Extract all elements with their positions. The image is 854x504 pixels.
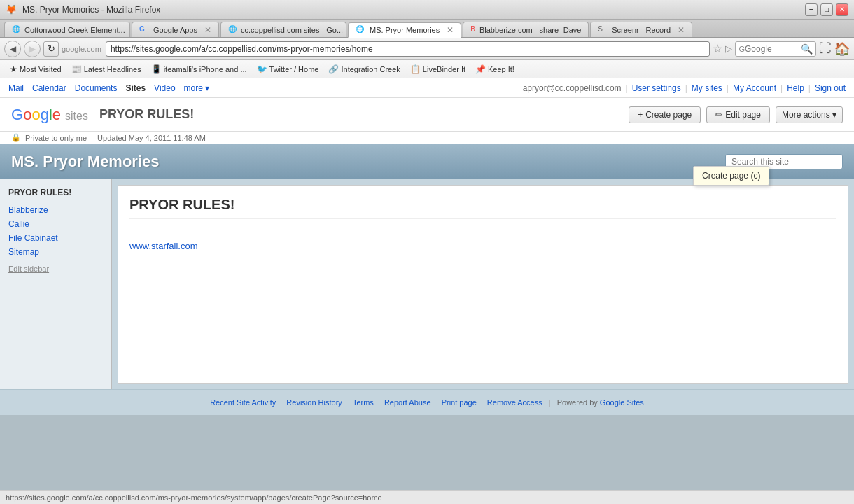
tab-close-icon[interactable]: ✕ — [678, 25, 685, 35]
titlebar: 🦊 MS. Pryor Memories - Mozilla Firefox −… — [0, 0, 854, 20]
user-email: apryor@cc.coppellisd.com — [523, 83, 622, 93]
bookmark-label: Twitter / Home — [270, 65, 319, 74]
arrow-right-icon[interactable]: ▷ — [725, 43, 732, 54]
tab-label: Screenr - Record — [612, 26, 671, 34]
twitter-icon: 🐦 — [257, 64, 267, 74]
tab-favicon: G — [139, 25, 149, 35]
bookmark-integration-creek[interactable]: 🔗 Integration Creek — [324, 63, 404, 76]
site-name-brand: PRYOR RULES! — [99, 107, 194, 122]
footer-terms[interactable]: Terms — [353, 398, 374, 407]
search-go-icon[interactable]: 🔍 — [801, 43, 813, 55]
bookmark-label: Keep It! — [488, 65, 514, 74]
status-bar: https://sites.google.com/a/cc.coppellisd… — [0, 490, 854, 504]
separator: | — [685, 83, 687, 93]
sites-topbar: Mail Calendar Documents Sites Video more… — [0, 78, 854, 98]
lock-icon: 🔒 — [11, 133, 21, 142]
nav-documents[interactable]: Documents — [75, 83, 118, 93]
nav-sites-active: Sites — [125, 83, 146, 93]
powered-by-text: Powered by — [557, 398, 600, 407]
address-bar[interactable] — [106, 41, 710, 57]
status-url: https://sites.google.com/a/cc.coppellisd… — [6, 493, 382, 502]
forward-button[interactable]: ▶ — [24, 41, 41, 57]
tab-label: Blabberize.com - share- Dave — [479, 26, 582, 34]
browser-title: MS. Pryor Memories - Mozilla Firefox — [22, 5, 160, 15]
tab-cc-sites[interactable]: 🌐 cc.coppellisd.com sites - Go... ✕ — [220, 22, 346, 37]
tab-ms-pryor[interactable]: 🌐 MS. Pryor Memories ✕ — [348, 22, 461, 38]
footer-report-abuse[interactable]: Report Abuse — [384, 398, 431, 407]
bookmark-twitter[interactable]: 🐦 Twitter / Home — [253, 63, 323, 76]
more-actions-button[interactable]: More actions ▾ — [776, 106, 843, 123]
create-page-button[interactable]: + Create page — [629, 106, 701, 123]
sites-wordmark: sites — [65, 110, 88, 122]
tab-cottonwood[interactable]: 🌐 Cottonwood Creek Element... ✕ — [4, 22, 130, 37]
nav-video[interactable]: Video — [154, 83, 175, 93]
starfall-link[interactable]: www.starfall.com — [130, 241, 198, 251]
bookmark-star-icon[interactable]: ☆ — [713, 42, 722, 55]
more-actions-label: More actions ▾ — [782, 110, 836, 120]
bookmark-label: Integration Creek — [341, 65, 400, 74]
browser-favicon: 🦊 — [6, 4, 17, 15]
phone-icon: 📱 — [151, 64, 162, 74]
footer-recent-activity[interactable]: Recent Site Activity — [210, 398, 276, 407]
brand-bar: Google sites PRYOR RULES! + Create page … — [0, 98, 854, 132]
google-sites-footer-link[interactable]: Google Sites — [600, 398, 644, 407]
footer-revision-history[interactable]: Revision History — [286, 398, 342, 407]
nav-more[interactable]: more ▾ — [184, 83, 210, 93]
bookmark-most-visited[interactable]: ★ Most Visited — [6, 63, 66, 76]
tooltip-text: Create page (c) — [702, 171, 760, 181]
sidebar-item-blabberize[interactable]: Blabberize — [0, 203, 111, 217]
close-button[interactable]: ✕ — [836, 4, 848, 16]
separator: | — [780, 83, 783, 93]
edit-page-label: Edit page — [725, 110, 761, 120]
home-button[interactable]: 🏠 — [834, 41, 850, 57]
minimize-button[interactable]: − — [805, 4, 818, 16]
back-button[interactable]: ◀ — [4, 41, 21, 57]
tab-close-icon[interactable]: ✕ — [204, 25, 211, 35]
sidebar-item-file-cabinaet[interactable]: File Cabinaet — [0, 231, 111, 245]
bookmark-iteamalli[interactable]: 📱 iteamalli's iPhone and ... — [147, 63, 251, 76]
tab-favicon: S — [598, 25, 608, 35]
tab-label: MS. Pryor Memories — [370, 26, 440, 34]
google-search-box[interactable]: G 🔍 — [735, 41, 816, 57]
bookmark-livebinder[interactable]: 📋 LiveBinder It — [406, 63, 470, 76]
tab-close-icon[interactable]: ✕ — [447, 25, 454, 35]
tab-favicon: 🌐 — [228, 25, 237, 35]
tab-google-apps[interactable]: G Google Apps ✕ — [132, 22, 219, 37]
sidebar-header: PRYOR RULES! — [0, 185, 111, 203]
bookmarks-bar: ★ Most Visited 📰 Latest Headlines 📱 itea… — [0, 60, 854, 78]
restore-button[interactable]: □ — [820, 4, 833, 16]
window-controls[interactable]: − □ ✕ — [805, 4, 848, 16]
brand-bar-actions: + Create page ✏ Edit page More actions ▾ — [629, 106, 843, 123]
bookmark-keep-it[interactable]: 📌 Keep It! — [471, 63, 519, 76]
fullscreen-icon[interactable]: ⛶ — [819, 41, 832, 56]
tab-favicon: 🌐 — [12, 25, 20, 35]
sign-out-link[interactable]: Sign out — [815, 83, 846, 93]
tab-label: cc.coppellisd.com sites - Go... — [241, 26, 343, 34]
private-text: Private to only me — [25, 134, 87, 142]
sidebar-item-callie[interactable]: Callie — [0, 217, 111, 231]
sidebar-item-sitemap[interactable]: Sitemap — [0, 245, 111, 259]
my-account-link[interactable]: My Account — [733, 83, 776, 93]
bookmark-latest-headlines[interactable]: 📰 Latest Headlines — [67, 63, 146, 76]
star-icon: ★ — [10, 64, 18, 74]
help-link[interactable]: Help — [787, 83, 804, 93]
page-footer: Recent Site Activity Revision History Te… — [0, 389, 854, 415]
tab-blabberize[interactable]: B Blabberize.com - share- Dave ✕ — [463, 22, 589, 37]
footer-print-page[interactable]: Print page — [442, 398, 477, 407]
nav-mail[interactable]: Mail — [8, 83, 24, 93]
user-settings-link[interactable]: User settings — [632, 83, 681, 93]
separator: | — [808, 83, 811, 93]
edit-page-button[interactable]: ✏ Edit page — [706, 106, 770, 123]
my-sites-link[interactable]: My sites — [692, 83, 722, 93]
edit-sidebar-link[interactable]: Edit sidebar — [0, 259, 111, 279]
google-search-input[interactable] — [745, 44, 801, 54]
tab-close-icon[interactable]: ✕ — [588, 25, 589, 35]
page-content: PRYOR RULES! www.starfall.com — [118, 185, 848, 384]
nav-calendar[interactable]: Calendar — [32, 83, 66, 93]
site-title: MS. Pryor Memories — [11, 153, 160, 171]
footer-remove-access[interactable]: Remove Access — [487, 398, 542, 407]
refresh-button[interactable]: ↻ — [43, 41, 59, 57]
google-wordmark: Google — [11, 106, 61, 124]
tab-screenr[interactable]: S Screenr - Record ✕ — [590, 22, 692, 37]
tab-bar: 🌐 Cottonwood Creek Element... ✕ G Google… — [0, 20, 854, 38]
